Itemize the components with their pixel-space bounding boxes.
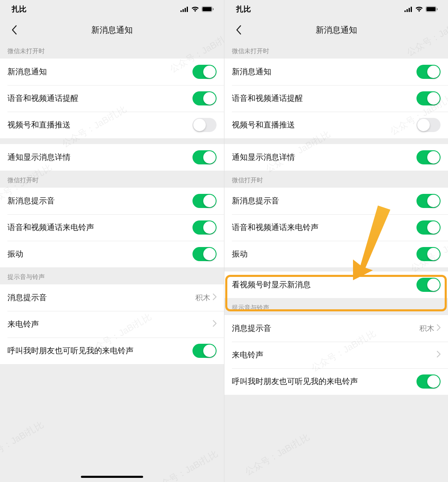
settings-group: 新消息通知 语音和视频通话提醒 视频号和直播推送 xyxy=(224,59,448,138)
row-value: 积木 xyxy=(195,293,217,303)
row-label: 新消息提示音 xyxy=(232,196,279,206)
row-label: 语音和视频通话来电铃声 xyxy=(232,222,319,233)
nav-bar: 新消息通知 xyxy=(0,18,224,42)
svg-rect-7 xyxy=(404,10,406,12)
row-call-ringtone[interactable]: 语音和视频通话来电铃声 xyxy=(0,214,224,241)
signal-icon xyxy=(180,7,189,12)
row-call-notify[interactable]: 语音和视频通话提醒 xyxy=(224,85,448,112)
back-button[interactable] xyxy=(230,22,247,38)
toggle-switch[interactable] xyxy=(416,247,441,261)
wifi-icon xyxy=(191,6,199,12)
toggle-switch[interactable] xyxy=(416,150,441,164)
row-ringtone[interactable]: 来电铃声 xyxy=(0,311,224,338)
svg-rect-10 xyxy=(411,7,412,12)
toggle-switch[interactable] xyxy=(416,91,441,105)
row-label: 视频号和直播推送 xyxy=(232,120,295,130)
toggle-switch[interactable] xyxy=(192,118,217,132)
home-indicator[interactable] xyxy=(81,476,143,478)
row-ringtone[interactable]: 来电铃声 xyxy=(224,342,448,368)
wifi-icon xyxy=(415,6,423,12)
row-label: 新消息提示音 xyxy=(7,196,55,206)
row-msg-sound[interactable]: 新消息提示音 xyxy=(0,188,224,214)
row-label: 新消息通知 xyxy=(232,66,271,77)
row-msg-sound[interactable]: 新消息提示音 xyxy=(224,188,448,214)
toggle-switch[interactable] xyxy=(192,194,217,208)
toggle-switch[interactable] xyxy=(192,65,217,79)
chevron-left-icon xyxy=(236,25,241,35)
row-channels-push[interactable]: 视频号和直播推送 xyxy=(0,112,224,138)
svg-rect-2 xyxy=(185,8,186,12)
svg-rect-5 xyxy=(202,7,212,11)
row-label: 语音和视频通话来电铃声 xyxy=(7,222,94,233)
settings-group: 消息提示音 积木 来电铃声 呼叫我时朋友也可听见我的来电铃声 xyxy=(0,284,224,364)
toggle-switch[interactable] xyxy=(416,374,441,389)
toggle-switch[interactable] xyxy=(192,247,217,261)
watermark: 公众号：JaBi扎比 xyxy=(243,431,312,478)
row-value xyxy=(437,351,441,360)
back-button[interactable] xyxy=(6,22,22,38)
page-title: 新消息通知 xyxy=(0,24,224,36)
page-title: 新消息通知 xyxy=(224,24,448,36)
toggle-switch[interactable] xyxy=(192,91,217,105)
right-screenshot: 扎比 新消息通知 微信未打开时 新消息通知 xyxy=(224,0,448,482)
toggle-switch[interactable] xyxy=(416,278,441,292)
row-show-detail[interactable]: 通知显示消息详情 xyxy=(0,144,224,171)
row-alert-tone[interactable]: 消息提示音 积木 xyxy=(224,315,448,342)
value-text: 积木 xyxy=(195,293,210,303)
settings-group: 消息提示音 积木 来电铃声 呼叫我时朋友也可听见我的来电铃声 xyxy=(224,315,448,395)
row-label: 新消息通知 xyxy=(7,66,47,77)
toggle-switch[interactable] xyxy=(192,344,217,358)
settings-group: 新消息通知 语音和视频通话提醒 视频号和直播推送 xyxy=(0,59,224,138)
status-bar: 扎比 xyxy=(0,0,224,18)
chevron-right-icon xyxy=(437,351,441,360)
toggle-switch[interactable] xyxy=(416,65,441,79)
svg-rect-9 xyxy=(409,8,410,12)
chevron-right-icon xyxy=(213,320,217,329)
row-label: 来电铃声 xyxy=(7,319,39,330)
row-label: 呼叫我时朋友也可听见我的来电铃声 xyxy=(7,345,134,356)
row-label: 通知显示消息详情 xyxy=(7,152,71,163)
row-channels-push[interactable]: 视频号和直播推送 xyxy=(224,112,448,138)
settings-group: 新消息提示音 语音和视频通话来电铃声 振动 xyxy=(224,188,448,267)
row-alert-tone[interactable]: 消息提示音 积木 xyxy=(0,284,224,311)
row-call-ringtone[interactable]: 语音和视频通话来电铃声 xyxy=(224,214,448,241)
settings-group: 通知显示消息详情 xyxy=(224,144,448,171)
toggle-switch[interactable] xyxy=(416,220,441,235)
row-vibrate[interactable]: 振动 xyxy=(0,241,224,267)
row-vibrate[interactable]: 振动 xyxy=(224,241,448,267)
svg-rect-3 xyxy=(187,7,188,12)
section-header: 微信打开时 xyxy=(0,171,224,188)
watermark: 公众号：JaBi扎比 xyxy=(151,448,220,482)
toggle-switch[interactable] xyxy=(192,150,217,164)
row-label: 通知显示消息详情 xyxy=(232,152,295,163)
toggle-switch[interactable] xyxy=(416,118,441,132)
row-show-msg-on-channels[interactable]: 看视频号时显示新消息 xyxy=(224,272,448,298)
row-label: 语音和视频通话提醒 xyxy=(7,93,78,104)
row-label: 振动 xyxy=(232,249,248,259)
battery-icon xyxy=(202,6,214,12)
row-show-detail[interactable]: 通知显示消息详情 xyxy=(224,144,448,171)
row-friend-hear-ringtone[interactable]: 呼叫我时朋友也可听见我的来电铃声 xyxy=(0,338,224,364)
row-label: 振动 xyxy=(7,249,23,259)
toggle-switch[interactable] xyxy=(416,194,441,208)
watermark: 公众号：JaBi扎比 xyxy=(0,418,46,465)
svg-rect-1 xyxy=(183,9,184,12)
row-call-notify[interactable]: 语音和视频通话提醒 xyxy=(0,85,224,112)
section-header: 提示音与铃声 xyxy=(0,267,224,284)
section-header: 微信打开时 xyxy=(224,171,448,188)
svg-rect-12 xyxy=(426,7,436,11)
settings-group: 新消息提示音 语音和视频通话来电铃声 振动 xyxy=(0,188,224,267)
settings-group: 通知显示消息详情 xyxy=(0,144,224,171)
section-header: 提示音与铃声 xyxy=(224,298,448,315)
battery-icon xyxy=(426,6,438,12)
row-new-msg-notify[interactable]: 新消息通知 xyxy=(0,59,224,85)
chevron-right-icon xyxy=(437,324,441,333)
toggle-switch[interactable] xyxy=(192,220,217,235)
row-label: 消息提示音 xyxy=(232,323,271,334)
row-new-msg-notify[interactable]: 新消息通知 xyxy=(224,59,448,85)
row-friend-hear-ringtone[interactable]: 呼叫我时朋友也可听见我的来电铃声 xyxy=(224,368,448,395)
settings-group-highlighted: 看视频号时显示新消息 xyxy=(224,272,448,298)
status-bar: 扎比 xyxy=(224,0,448,18)
row-value xyxy=(213,320,217,329)
svg-rect-0 xyxy=(180,10,182,12)
